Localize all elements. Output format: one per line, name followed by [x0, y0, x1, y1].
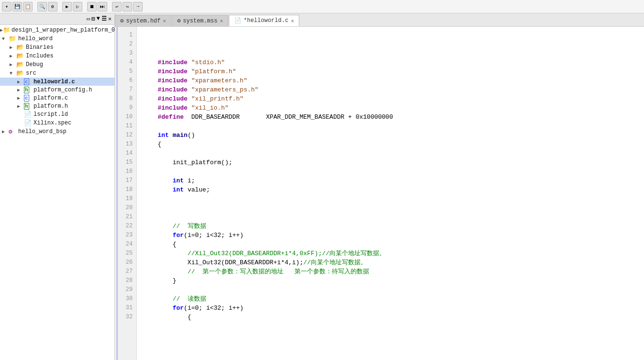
- line-num-8: 8: [118, 94, 136, 103]
- tree-item-10[interactable]: 📄lscript.ld: [0, 110, 114, 119]
- code-line-32: {: [143, 313, 638, 322]
- tree-item-7[interactable]: ▶hplatform_config.h: [0, 86, 114, 94]
- code-line-25: //Xil_Out32(DDR_BASEARDDR+i*4,0xFF);//向某…: [143, 249, 638, 258]
- tree-icon-4: 📂: [16, 61, 25, 68]
- line-num-22: 22: [118, 222, 136, 231]
- line-num-16: 16: [118, 167, 136, 176]
- tab-close-2[interactable]: ✕: [291, 18, 294, 24]
- line-num-19: 19: [118, 194, 136, 203]
- tree-icon-10: 📄: [24, 111, 33, 118]
- close-icon[interactable]: ✕: [108, 15, 112, 22]
- tree-arrow-2[interactable]: ▶: [10, 45, 16, 50]
- toolbar-btn-11[interactable]: ↪: [123, 2, 132, 11]
- maximize-icon[interactable]: ⊡: [91, 15, 95, 22]
- code-line-12: int main(): [143, 131, 638, 140]
- toolbar-btn-8[interactable]: ⏹: [87, 2, 97, 11]
- tree-item-12[interactable]: ▶⚙hello_word_bsp: [0, 127, 114, 136]
- main-layout: ▭ ⊡ ▼ ☰ ✕ ▶📁design_1_wrapper_hw_platform…: [0, 13, 644, 360]
- tree-label-3: Includes: [26, 53, 54, 59]
- tree-icon-12: ⚙: [9, 128, 17, 135]
- toolbar-btn-10[interactable]: ↩: [112, 2, 122, 11]
- tree-item-11[interactable]: 📄Xilinx.spec: [0, 119, 114, 127]
- toolbar-btn-9[interactable]: ⏭: [98, 2, 107, 11]
- line-num-30: 30: [118, 294, 136, 304]
- code-line-20: [143, 203, 638, 213]
- line-num-11: 11: [118, 122, 136, 131]
- code-line-14: [143, 149, 638, 158]
- tab-icon-2: 📄: [234, 17, 241, 24]
- line-num-26: 26: [118, 258, 136, 267]
- toolbar-btn-1[interactable]: ▾: [2, 2, 11, 11]
- code-line-30: // 读数据: [143, 294, 638, 304]
- code-content[interactable]: #include "stdio.h" #include "platform.h"…: [137, 27, 644, 360]
- tree-label-2: Binaries: [26, 44, 54, 51]
- tree-icon-8: c: [24, 94, 33, 101]
- tree-label-12: hello_word_bsp: [18, 128, 67, 135]
- toolbar-btn-4[interactable]: 🔍: [37, 2, 47, 11]
- code-line-11: [143, 122, 638, 131]
- tree-item-9[interactable]: ▶hplatform.h: [0, 102, 114, 110]
- code-line-22: // 写数据: [143, 222, 638, 231]
- tab-2[interactable]: 📄*helloworld.c✕: [229, 15, 299, 26]
- tab-0[interactable]: ⚙system.hdf✕: [115, 15, 171, 26]
- tree-arrow-1[interactable]: ▼: [2, 36, 9, 42]
- tab-close-0[interactable]: ✕: [163, 18, 166, 24]
- tree-arrow-4[interactable]: ▶: [10, 62, 16, 68]
- code-line-6: #include "xparameters.h": [143, 76, 638, 85]
- line-num-5: 5: [118, 67, 136, 76]
- line-numbers: 1234567891011121314151617181920212223242…: [118, 27, 137, 360]
- line-num-18: 18: [118, 185, 136, 194]
- code-line-18: int value;: [143, 185, 638, 194]
- menu-icon[interactable]: ☰: [102, 15, 107, 22]
- tree-arrow-3[interactable]: ▶: [10, 53, 16, 59]
- tree-arrow-9[interactable]: ▶: [17, 103, 24, 109]
- line-num-27: 27: [118, 267, 136, 276]
- code-line-31: for(i=0; i<32; i++): [143, 304, 638, 313]
- tree-icon-7: h: [24, 86, 33, 93]
- tree-arrow-12[interactable]: ▶: [2, 129, 9, 135]
- line-num-4: 4: [118, 58, 136, 67]
- tree-label-5: src: [26, 70, 36, 77]
- toolbar-btn-6[interactable]: ▶: [62, 2, 72, 11]
- code-line-23: for(i=0; i<32; i++): [143, 231, 638, 240]
- toolbar-btn-7[interactable]: ▷: [73, 2, 82, 11]
- code-line-27: // 第一个参数：写入数据的地址 第一个参数：待写入的数据: [143, 267, 638, 276]
- tree-arrow-8[interactable]: ▶: [17, 95, 24, 101]
- toolbar-btn-3[interactable]: 📋: [23, 2, 33, 11]
- tab-1[interactable]: ⚙system.mss✕: [172, 15, 228, 26]
- tree-label-9: platform.h: [34, 103, 68, 110]
- tree-item-4[interactable]: ▶📂Debug: [0, 60, 114, 69]
- toolbar-btn-12[interactable]: →: [133, 2, 143, 11]
- tree-arrow-6[interactable]: ▶: [17, 79, 24, 85]
- toolbar-btn-2[interactable]: 💾: [12, 2, 22, 11]
- tree-item-3[interactable]: ▶📂Includes: [0, 52, 114, 60]
- tree-item-8[interactable]: ▶cplatform.c: [0, 94, 114, 102]
- filter-icon[interactable]: ▼: [97, 15, 100, 22]
- tree-label-8: platform.c: [34, 95, 68, 101]
- code-line-3: [143, 49, 638, 58]
- tree-item-0[interactable]: ▶📁design_1_wrapper_hw_platform_0: [0, 26, 114, 34]
- tree-icon-11: 📄: [24, 119, 33, 127]
- code-line-7: #include "xparameters_ps.h": [143, 85, 638, 94]
- tree-arrow-7[interactable]: ▶: [17, 87, 24, 93]
- tree-item-6[interactable]: ▶chelloworld.c: [0, 78, 114, 86]
- line-num-28: 28: [118, 276, 136, 285]
- tab-label-2: *helloworld.c: [244, 17, 289, 24]
- tree-item-1[interactable]: ▼📁hello_word: [0, 34, 114, 43]
- line-num-2: 2: [118, 40, 136, 49]
- code-line-28: }: [143, 276, 638, 285]
- tree-arrow-5[interactable]: ▼: [10, 71, 16, 76]
- minimize-icon[interactable]: ▭: [87, 15, 90, 22]
- tree-icon-2: 📂: [16, 44, 25, 51]
- code-line-17: int i;: [143, 176, 638, 185]
- tree-item-2[interactable]: ▶📂Binaries: [0, 43, 114, 52]
- tab-label-1: system.mss: [183, 18, 217, 24]
- line-num-1: 1: [118, 31, 136, 40]
- sidebar-header: ▭ ⊡ ▼ ☰ ✕: [0, 13, 114, 25]
- line-num-32: 32: [118, 313, 136, 322]
- tree-item-5[interactable]: ▼📂src: [0, 69, 114, 78]
- tree-icon-9: h: [24, 102, 33, 110]
- toolbar-btn-5[interactable]: ⚙: [48, 2, 57, 11]
- code-editor[interactable]: 1234567891011121314151617181920212223242…: [115, 27, 644, 360]
- tab-close-1[interactable]: ✕: [220, 18, 223, 24]
